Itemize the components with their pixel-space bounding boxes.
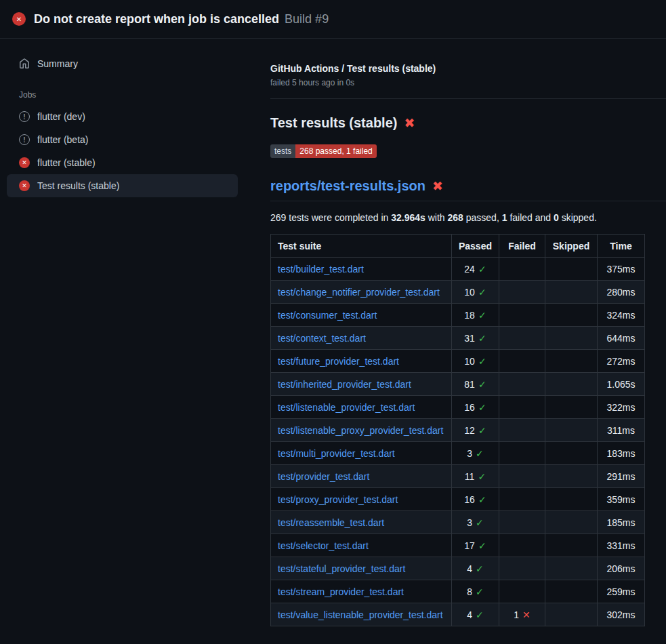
time-cell: 322ms xyxy=(598,396,645,419)
check-icon: ✓ xyxy=(478,402,486,413)
table-header-row: Test suite Passed Failed Skipped Time xyxy=(271,235,645,258)
passed-cell: 12✓ xyxy=(451,419,499,442)
check-icon: ✓ xyxy=(478,310,486,321)
skipped-cell xyxy=(545,327,598,350)
x-icon: ✖ xyxy=(432,180,443,193)
passed-cell-value: 8 xyxy=(467,586,472,597)
test-suite-link[interactable]: test/change_notifier_provider_test.dart xyxy=(278,287,440,298)
test-suite-cell: test/builder_test.dart xyxy=(271,258,452,281)
test-suite-link[interactable]: test/selector_test.dart xyxy=(278,540,369,551)
skipped-cell xyxy=(545,603,598,626)
test-suite-cell: test/change_notifier_provider_test.dart xyxy=(271,281,452,304)
time-cell: 324ms xyxy=(598,304,645,327)
time-cell: 311ms xyxy=(598,419,645,442)
test-suite-link[interactable]: test/stateful_provider_test.dart xyxy=(278,563,405,574)
column-header-time: Time xyxy=(598,235,645,258)
test-suite-link[interactable]: test/reassemble_test.dart xyxy=(278,517,384,528)
passed-cell: 24✓ xyxy=(451,258,499,281)
column-header-failed: Failed xyxy=(499,235,545,258)
badge-label: tests xyxy=(270,144,295,158)
test-suite-link[interactable]: test/multi_provider_test.dart xyxy=(278,448,395,459)
table-row: test/listenable_proxy_provider_test.dart… xyxy=(271,419,645,442)
passed-cell: 17✓ xyxy=(451,534,499,557)
failed-cell xyxy=(499,580,545,603)
x-circle-icon: ✕ xyxy=(12,12,26,26)
sidebar-item-label: Test results (stable) xyxy=(37,180,119,191)
sidebar-item-summary[interactable]: Summary xyxy=(7,52,238,75)
x-icon: ✖ xyxy=(404,117,415,129)
sidebar-item-label: flutter (dev) xyxy=(37,111,85,122)
time-cell: 280ms xyxy=(598,281,645,304)
check-icon: ✓ xyxy=(478,264,486,275)
check-icon: ✓ xyxy=(478,379,486,390)
column-header-passed: Passed xyxy=(451,235,499,258)
test-suite-link[interactable]: test/inherited_provider_test.dart xyxy=(278,379,411,390)
failed-cell-value: 1 xyxy=(514,609,519,620)
failed-cell xyxy=(499,396,545,419)
summary-text: skipped. xyxy=(559,212,597,223)
skipped-cell xyxy=(545,350,598,373)
test-suite-link[interactable]: test/stream_provider_test.dart xyxy=(278,586,404,597)
passed-cell: 16✓ xyxy=(451,396,499,419)
check-icon: ✓ xyxy=(478,287,486,298)
passed-cell: 10✓ xyxy=(451,350,499,373)
failed-cell xyxy=(499,327,545,350)
sidebar-item-flutter-dev[interactable]: ! flutter (dev) xyxy=(7,105,238,128)
passed-cell-value: 16 xyxy=(464,494,475,505)
test-suite-link[interactable]: test/future_provider_test.dart xyxy=(278,356,399,367)
test-suite-cell: test/proxy_provider_test.dart xyxy=(271,488,452,511)
passed-cell-value: 24 xyxy=(464,264,475,275)
failed-cell xyxy=(499,442,545,465)
sidebar-item-label: flutter (stable) xyxy=(37,157,96,168)
sidebar-item-test-results-stable[interactable]: ✕ Test results (stable) xyxy=(7,174,238,197)
skipped-cell xyxy=(545,465,598,488)
skipped-cell xyxy=(545,580,598,603)
test-suite-cell: test/reassemble_test.dart xyxy=(271,511,452,534)
table-row: test/builder_test.dart24✓375ms xyxy=(271,258,645,281)
results-table: Test suite Passed Failed Skipped Time te… xyxy=(270,234,645,626)
x-icon: ✕ xyxy=(522,609,530,620)
breadcrumb: GitHub Actions / Test results (stable) xyxy=(270,63,645,74)
table-row: test/context_test.dart31✓644ms xyxy=(271,327,645,350)
time-cell: 359ms xyxy=(598,488,645,511)
table-row: test/reassemble_test.dart3✓185ms xyxy=(271,511,645,534)
failed-cell xyxy=(499,304,545,327)
time-cell: 644ms xyxy=(598,327,645,350)
passed-cell: 3✓ xyxy=(451,511,499,534)
table-row: test/proxy_provider_test.dart16✓359ms xyxy=(271,488,645,511)
test-suite-link[interactable]: test/consumer_test.dart xyxy=(278,310,377,321)
results-table-body: test/builder_test.dart24✓375mstest/chang… xyxy=(271,258,645,626)
test-suite-link[interactable]: test/builder_test.dart xyxy=(278,264,364,275)
time-cell: 206ms xyxy=(598,557,645,580)
passed-cell: 4✓ xyxy=(451,603,499,626)
skipped-cell xyxy=(545,304,598,327)
test-suite-link[interactable]: test/provider_test.dart xyxy=(278,471,369,482)
time-cell: 302ms xyxy=(598,603,645,626)
passed-cell: 16✓ xyxy=(451,488,499,511)
passed-cell-value: 3 xyxy=(467,448,472,459)
test-suite-link[interactable]: test/proxy_provider_test.dart xyxy=(278,494,398,505)
table-row: test/value_listenable_provider_test.dart… xyxy=(271,603,645,626)
test-suite-cell: test/multi_provider_test.dart xyxy=(271,442,452,465)
test-suite-link[interactable]: test/context_test.dart xyxy=(278,333,366,344)
failed-cell xyxy=(499,281,545,304)
passed-cell-value: 10 xyxy=(464,356,475,367)
test-suite-link[interactable]: test/listenable_proxy_provider_test.dart xyxy=(278,425,443,436)
passed-cell-value: 18 xyxy=(464,310,475,321)
skipped-cell xyxy=(545,488,598,511)
test-suite-cell: test/stream_provider_test.dart xyxy=(271,580,452,603)
passed-cell: 8✓ xyxy=(451,580,499,603)
table-row: test/inherited_provider_test.dart81✓1.06… xyxy=(271,373,645,396)
badge-value: 268 passed, 1 failed xyxy=(295,144,376,158)
skipped-cell xyxy=(545,258,598,281)
sidebar-item-flutter-stable[interactable]: ✕ flutter (stable) xyxy=(7,151,238,174)
sidebar-item-flutter-beta[interactable]: ! flutter (beta) xyxy=(7,128,238,151)
passed-cell-value: 31 xyxy=(464,333,475,344)
test-suite-link[interactable]: test/listenable_provider_test.dart xyxy=(278,402,415,413)
check-icon: ✓ xyxy=(476,517,484,528)
check-icon: ✓ xyxy=(478,494,486,505)
failed-cell xyxy=(499,534,545,557)
summary-line: 269 tests were completed in 32.964s with… xyxy=(270,212,645,223)
report-link[interactable]: reports/test-results.json xyxy=(270,178,425,194)
test-suite-link[interactable]: test/value_listenable_provider_test.dart xyxy=(278,609,443,620)
